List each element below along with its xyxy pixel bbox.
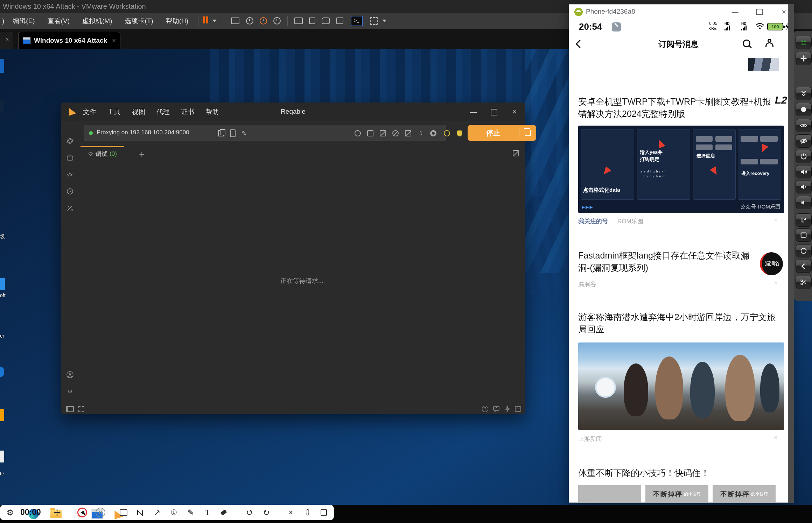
partial-image-thumb[interactable]: [748, 58, 779, 71]
sidebar-traffic-icon[interactable]: [66, 137, 74, 145]
stop-recorder-icon[interactable]: [318, 507, 329, 518]
vm-tab-close-icon[interactable]: ×: [112, 37, 116, 44]
menu-help[interactable]: 帮助(H): [160, 13, 195, 29]
sidebar-scripts-icon[interactable]: √x: [66, 170, 74, 179]
show-screen-button[interactable]: [796, 119, 812, 132]
tab-debug[interactable]: 调试 (0): [80, 147, 124, 161]
volume-up-button[interactable]: [796, 165, 812, 178]
bug-off-icon[interactable]: [392, 129, 399, 137]
script-off-icon[interactable]: [404, 129, 412, 137]
draw-path-icon[interactable]: [135, 507, 146, 518]
collapse-panel-button[interactable]: [796, 87, 812, 100]
hide-screen-button[interactable]: [796, 134, 812, 148]
search-icon[interactable]: [743, 40, 750, 47]
process-flow-button[interactable]: [796, 213, 812, 227]
desktop-icon-label[interactable]: 圾: [0, 234, 5, 240]
home-button[interactable]: [796, 244, 812, 257]
clear-sessions-button[interactable]: [519, 130, 536, 136]
text-tool-icon[interactable]: T: [202, 507, 213, 518]
move-window-button[interactable]: [796, 52, 812, 65]
dismiss-article-icon[interactable]: ×: [774, 280, 777, 287]
menu-view[interactable]: 查看(V): [41, 13, 76, 29]
toggle-sidebar-icon[interactable]: [66, 405, 74, 413]
desktop-icon-fragment[interactable]: [0, 100, 4, 112]
sidebar-account-icon[interactable]: [66, 370, 74, 379]
phone-close-button[interactable]: ×: [779, 7, 789, 16]
phone-minimize-button[interactable]: —: [730, 7, 740, 16]
console-view-button[interactable]: >_: [351, 16, 363, 26]
desktop-icon-label[interactable]: er: [0, 333, 4, 339]
article-thumb[interactable]: [578, 485, 641, 503]
performance-icon[interactable]: [504, 405, 511, 413]
article-thumb[interactable]: 不断掉秤 的小技巧: [713, 485, 776, 503]
desktop-icon-fragment[interactable]: [0, 278, 5, 290]
dismiss-article-icon[interactable]: ×: [774, 217, 777, 224]
display-select-icon[interactable]: [118, 507, 129, 518]
record-screen-button[interactable]: [796, 103, 812, 116]
ssl-lock-icon[interactable]: [354, 129, 362, 137]
shield-icon[interactable]: [456, 129, 463, 137]
power-button[interactable]: [796, 150, 812, 163]
pencil-tool-icon[interactable]: ✎: [186, 507, 196, 518]
desktop-icon-fragment[interactable]: [0, 59, 4, 73]
suspend-vm-button[interactable]: [202, 16, 209, 25]
group-control-button[interactable]: [796, 36, 812, 49]
fullscreen-icon[interactable]: [370, 17, 378, 25]
capture-screen-icon[interactable]: [336, 17, 343, 24]
window-mode-button[interactable]: [796, 228, 812, 242]
globe-icon[interactable]: [443, 129, 451, 137]
menu-tabs[interactable]: 选项卡(T): [118, 13, 159, 29]
desktop-icon-fragment[interactable]: [0, 409, 4, 421]
new-tab-button[interactable]: ＋: [136, 149, 147, 159]
breakpoint-icon[interactable]: [366, 129, 374, 137]
back-button[interactable]: [796, 260, 812, 273]
suspend-dropdown-caret[interactable]: [212, 20, 217, 22]
fullscreen-toggle-icon[interactable]: [77, 405, 85, 413]
close-recorder-icon[interactable]: ×: [286, 507, 296, 518]
show-library-icon[interactable]: [294, 17, 303, 24]
article-title[interactable]: Fastadmin框架lang接口存在任意文件读取漏洞-(漏洞复现系列): [578, 249, 753, 274]
help-icon[interactable]: ?: [481, 405, 489, 413]
stop-proxy-button[interactable]: 停止: [468, 125, 536, 141]
reqable-minimize-button[interactable]: —: [469, 108, 477, 116]
reqable-session-list[interactable]: 正在等待请求...: [79, 161, 525, 403]
show-thumbnails-icon[interactable]: [309, 17, 315, 24]
reqable-maximize-button[interactable]: [490, 108, 498, 116]
redo-icon[interactable]: ↻: [261, 507, 272, 518]
eraser-tool-icon[interactable]: [218, 507, 229, 518]
fullscreen-dropdown-caret[interactable]: [382, 20, 386, 22]
menu-vm[interactable]: 虚拟机(M): [76, 13, 118, 29]
article-title[interactable]: 游客称海南潜水遭弃海中2小时游回岸边，万宁文旅局回应: [578, 311, 779, 335]
recorder-settings-icon[interactable]: ⚙: [5, 507, 15, 518]
snapshot-manager-icon[interactable]: [273, 17, 281, 24]
edit-proxy-icon[interactable]: ✎: [240, 129, 248, 137]
recorder-move-icon[interactable]: [52, 507, 62, 518]
sidebar-settings-icon[interactable]: ⚙: [66, 387, 74, 396]
download-icon[interactable]: ⇩: [417, 129, 425, 137]
phone-maximize-button[interactable]: [755, 7, 764, 16]
menu-edit[interactable]: 编辑(E): [6, 13, 41, 29]
undo-icon[interactable]: ↺: [244, 507, 255, 518]
tab-fragment[interactable]: ×: [0, 32, 13, 49]
article-image[interactable]: [578, 342, 784, 430]
sidebar-history-icon[interactable]: [66, 187, 74, 196]
scissors-off-icon[interactable]: [379, 129, 387, 137]
phone-proxy-icon[interactable]: [229, 129, 237, 137]
layout-split-icon[interactable]: [514, 405, 522, 413]
snapshot-take-icon[interactable]: [246, 17, 253, 24]
article-thumb[interactable]: 不断掉秤 的小技巧: [645, 485, 708, 503]
volume-down-button[interactable]: [796, 180, 812, 193]
arrow-tool-icon[interactable]: ↗: [152, 507, 162, 518]
copy-proxy-icon[interactable]: [217, 129, 225, 137]
pause-button[interactable]: [95, 507, 106, 518]
record-button[interactable]: [77, 507, 88, 518]
snapshot-revert-icon[interactable]: [260, 17, 267, 24]
screenshot-crop-button[interactable]: [796, 276, 812, 289]
vm-tab-windows10[interactable]: Windows 10 x64 Attack ×: [18, 32, 120, 49]
proxy-address-bar[interactable]: Proxying on 192.168.100.204:9000 ✎ ⇩: [84, 125, 446, 141]
article-title[interactable]: 体重不断下降的小技巧！快码住！: [578, 467, 779, 479]
unity-mode-icon[interactable]: [322, 17, 330, 24]
desktop-icon-label[interactable]: oft: [0, 292, 6, 298]
menu-fragment[interactable]: ): [0, 13, 6, 29]
sidebar-collection-icon[interactable]: [66, 154, 74, 162]
